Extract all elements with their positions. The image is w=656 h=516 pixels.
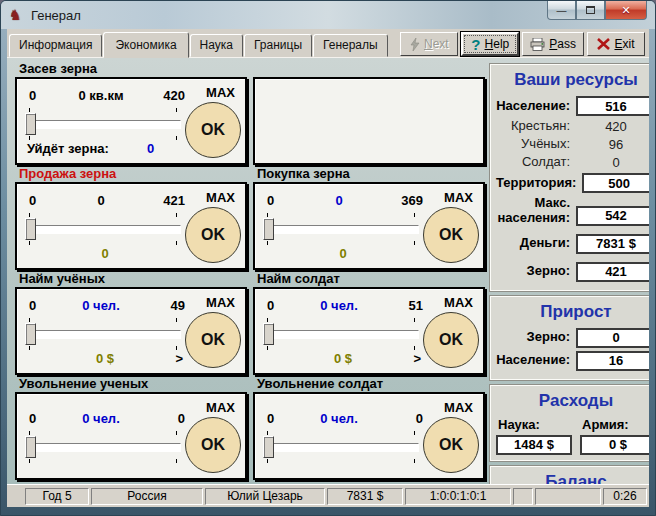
panel-fire-scientists: Увольнение ученых 0 0 чел. 0 <box>15 376 247 480</box>
toolbar: Next ? Help Pass Exit <box>400 32 645 56</box>
sow-slider[interactable] <box>25 107 185 141</box>
slider-track[interactable] <box>27 225 181 234</box>
tabs: Информация Экономика Наука Границы Генер… <box>9 32 389 57</box>
slider-max: 421 <box>151 193 185 208</box>
hire-cost-value: 0 $ <box>25 351 185 366</box>
slider-track[interactable] <box>27 443 181 452</box>
slider-zone: 0 0 чел. 49 0 $ <box>25 295 185 369</box>
slider-track[interactable] <box>265 330 419 339</box>
slider-track[interactable] <box>27 330 181 339</box>
buy-slider[interactable] <box>263 212 423 246</box>
panel-box: 0 0 421 0 <box>15 182 247 270</box>
status-country: Россия <box>91 488 203 505</box>
slider-thumb[interactable] <box>263 323 274 345</box>
slider-zone: 0 0 кв.км 420 Уйдёт зерн <box>25 85 185 159</box>
hire-scientists-slider[interactable] <box>25 317 185 351</box>
panel-fire-soldiers: Увольнение солдат 0 0 чел. 0 <box>253 376 485 480</box>
hire-scientists-ok-button[interactable]: OK <box>185 312 241 368</box>
exit-button[interactable]: Exit <box>587 32 645 56</box>
red-x-icon <box>597 38 610 50</box>
slider-zone: 0 0 чел. 0 <box>25 400 185 474</box>
grain-cost-value: 0 <box>147 141 154 156</box>
max-label: MAX <box>206 85 241 100</box>
slider-track[interactable] <box>27 120 181 129</box>
lightning-icon <box>410 38 420 51</box>
slider-zone: 0 0 421 0 <box>25 190 185 264</box>
sell-ok-button[interactable]: OK <box>185 207 241 263</box>
panel-title: Увольнение солдат <box>253 376 485 392</box>
status-ruler: Юлий Цезарь <box>205 488 325 505</box>
help-button[interactable]: ? Help <box>461 32 519 56</box>
tab-borders[interactable]: Границы <box>244 34 312 57</box>
tab-bar: Информация Экономика Наука Границы Генер… <box>7 29 649 58</box>
sow-ok-button[interactable]: OK <box>185 102 241 158</box>
window-title: Генерал <box>31 8 81 23</box>
panel-sow-grain: Засев зерна 0 0 кв.км 420 <box>15 61 247 165</box>
slider-value: 0 <box>51 193 151 208</box>
panel-title: Покупка зерна <box>253 166 485 182</box>
close-button[interactable]: ✕ <box>605 1 647 20</box>
slider-value: 0 кв.км <box>51 88 151 103</box>
max-population-value: 542 <box>576 206 649 226</box>
status-timer: 0:26 <box>603 488 647 505</box>
slider-min: 0 <box>25 298 51 313</box>
panel-hire-scientists: Найм учёных 0 0 чел. 49 <box>15 271 247 375</box>
slider-thumb[interactable] <box>25 113 36 135</box>
buy-cost-value: 0 <box>263 246 423 261</box>
client-area: Засев зерна 0 0 кв.км 420 <box>7 58 649 484</box>
growth-population-value: 16 <box>576 351 649 371</box>
slider-track[interactable] <box>265 443 419 452</box>
slider-thumb[interactable] <box>263 218 274 240</box>
fire-soldiers-slider[interactable] <box>263 430 423 464</box>
growth-grain-value: 0 <box>576 328 649 348</box>
slider-thumb[interactable] <box>25 323 36 345</box>
fire-scientists-ok-button[interactable]: OK <box>185 417 241 473</box>
slider-min: 0 <box>263 411 289 426</box>
peasants-value: 420 <box>576 119 649 134</box>
tab-generals[interactable]: Генералы <box>313 34 388 57</box>
territory-value: 500 <box>582 173 649 193</box>
tab-science[interactable]: Наука <box>190 34 243 57</box>
scientists-value: 96 <box>576 137 649 152</box>
population-value: 516 <box>576 96 649 116</box>
growth-population-label: Население: <box>496 353 570 368</box>
army-expense-value: 0 $ <box>580 435 649 455</box>
slider-thumb[interactable] <box>25 218 36 240</box>
slider-value: 0 чел. <box>51 298 151 313</box>
status-year: Год 5 <box>25 488 89 505</box>
buy-ok-button[interactable]: OK <box>423 207 479 263</box>
empty-box <box>253 77 485 165</box>
panel-box: 0 0 чел. 0 MAX <box>253 392 485 480</box>
sell-slider[interactable] <box>25 212 185 246</box>
panel-buy-grain: Покупка зерна 0 0 369 <box>253 166 485 270</box>
slider-min: 0 <box>25 411 51 426</box>
sell-income-value: 0 <box>25 246 185 261</box>
maximize-button[interactable] <box>576 1 605 20</box>
slider-zone: 0 0 чел. 0 <box>263 400 423 474</box>
slider-thumb[interactable] <box>263 436 274 458</box>
summary-column: Ваши ресурсы Население: 516 Крестьян: 42… <box>489 61 649 482</box>
money-value: 7831 $ <box>576 234 649 254</box>
hire-soldiers-ok-button[interactable]: OK <box>423 312 479 368</box>
tab-economy[interactable]: Экономика <box>103 32 188 58</box>
fire-soldiers-ok-button[interactable]: OK <box>423 417 479 473</box>
panel-title: Продажа зерна <box>15 166 247 182</box>
slider-thumb[interactable] <box>25 436 36 458</box>
growth-panel: Прирост Зерно: 0 Население: 16 <box>489 295 649 381</box>
minimize-button[interactable]: — <box>547 1 576 20</box>
grain-label: Зерно: <box>496 264 570 279</box>
max-label: MAX <box>444 295 479 310</box>
max-label: MAX <box>444 400 479 415</box>
panel-title: Увольнение ученых <box>15 376 247 392</box>
scientists-label: Учёных: <box>496 137 570 152</box>
pass-button[interactable]: Pass <box>522 32 584 56</box>
hire-cost-value: 0 $ <box>263 351 423 366</box>
expenses-title: Расходы <box>496 391 649 411</box>
status-bar: Год 5 Россия Юлий Цезарь 7831 $ 1:0:0:1:… <box>7 484 649 507</box>
tab-information[interactable]: Информация <box>9 34 102 57</box>
fire-scientists-slider[interactable] <box>25 430 185 464</box>
panel-box: 0 0 чел. 0 MAX <box>15 392 247 480</box>
slider-track[interactable] <box>265 225 419 234</box>
title-bar: ♞ Генерал — ✕ <box>1 1 655 29</box>
hire-soldiers-slider[interactable] <box>263 317 423 351</box>
